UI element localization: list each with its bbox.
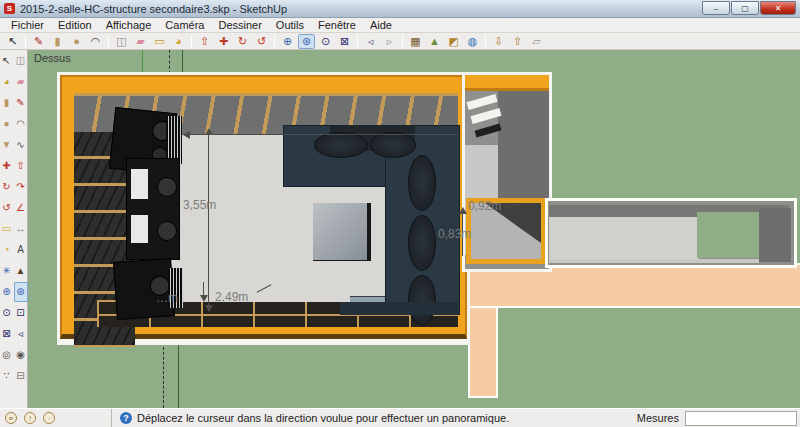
sofa-cushion (370, 132, 416, 158)
3d-text-tool-icon[interactable]: ▲ (14, 261, 28, 281)
previous-view-icon[interactable]: ◃ (362, 34, 379, 49)
sketchup-logo-icon: S (4, 3, 15, 14)
corridor (545, 198, 797, 268)
help-icon[interactable]: ? (120, 412, 132, 424)
move-tool-icon[interactable]: ✚ (0, 156, 14, 176)
signin-status-icon[interactable]: · (43, 412, 55, 424)
geolocation-status-icon[interactable]: ¤ (5, 412, 17, 424)
rotate-tool-icon[interactable]: ↻ (0, 177, 14, 197)
arc-tool-icon[interactable]: ◠ (14, 114, 28, 134)
offset-tool-icon[interactable]: ↺ (253, 34, 270, 49)
push-pull-icon[interactable]: ⇧ (14, 156, 28, 176)
close-button[interactable]: ✕ (760, 1, 796, 15)
menu-item-fichier[interactable]: Fichier (4, 18, 51, 32)
zoom-window-icon[interactable]: ⊡ (14, 303, 28, 323)
follow-me-icon[interactable]: ↷ (14, 177, 28, 197)
dimension-width-label: 2,49m (215, 290, 248, 304)
window-title: 2015-2-salle-HC-structure secondaire3.sk… (20, 3, 287, 15)
speaker-bottom (113, 258, 175, 320)
dimension-door-label: 0,92m (468, 199, 501, 213)
menu-item-cam-ra[interactable]: Caméra (158, 18, 211, 32)
zoom-extents-icon[interactable]: ⊠ (336, 34, 353, 49)
get-models-icon[interactable]: ⇩ (490, 34, 507, 49)
freehand-tool-icon[interactable]: ∿ (14, 135, 28, 155)
view-name-label: Dessus (34, 52, 71, 64)
next-view-icon[interactable]: ▹ (381, 34, 398, 49)
pan-tool-icon[interactable]: ⊛ (298, 34, 315, 49)
circle-tool-icon[interactable]: ● (0, 114, 14, 134)
entry-orange-band (465, 75, 549, 91)
corridor-floor (549, 217, 699, 259)
polygon-tool-icon[interactable]: ▼ (0, 135, 14, 155)
sofa-cushion (314, 132, 368, 158)
eraser-tool-icon[interactable]: ▰ (14, 72, 28, 92)
zoom-tool-icon[interactable]: ⊙ (0, 303, 14, 323)
walk-tool-icon[interactable]: ∵ (0, 366, 14, 386)
scale-tool-icon[interactable]: ∠ (14, 198, 28, 218)
orbit-tool-icon[interactable]: ⊕ (279, 34, 296, 49)
line-tool-icon[interactable]: ✎ (30, 34, 47, 49)
paint-bucket-icon[interactable]: ◕ (170, 34, 187, 49)
section-plane-icon[interactable]: ⊟ (14, 366, 28, 386)
corridor-end-wall (759, 208, 791, 262)
select-tool-icon[interactable]: ↖ (4, 34, 21, 49)
zoom-tool-icon[interactable]: ⊙ (317, 34, 334, 49)
dimension-line-depth (208, 130, 209, 310)
position-camera-icon[interactable]: ◎ (0, 345, 14, 365)
menu-item-outils[interactable]: Outils (269, 18, 311, 32)
rectangle-tool-icon[interactable]: ▮ (49, 34, 66, 49)
status-coin-panel: ¤↑· (0, 409, 112, 427)
rectangle-tool-icon[interactable]: ▮ (0, 93, 14, 113)
status-bar: ¤↑· ? Déplacez le curseur dans la direct… (0, 408, 800, 427)
paint-bucket-icon[interactable]: ◕ (0, 72, 14, 92)
select-tool-icon[interactable]: ↖ (0, 51, 14, 71)
dimension-depth-label: 3,55m (183, 198, 216, 212)
protractor-tool-icon[interactable]: ◔ (0, 240, 14, 260)
push-pull-icon[interactable]: ⇧ (196, 34, 213, 49)
google-earth-icon[interactable]: ◍ (464, 34, 481, 49)
pan-tool-icon[interactable]: ⊛ (14, 282, 28, 302)
menu-item-affichage[interactable]: Affichage (99, 18, 159, 32)
make-component-icon[interactable]: ◫ (113, 34, 130, 49)
minimize-button[interactable]: – (702, 1, 730, 15)
maximize-button[interactable]: ▢ (731, 1, 759, 15)
measurements-input[interactable] (685, 411, 797, 426)
dimension-arrow (459, 207, 467, 214)
toolbar-separator (357, 35, 358, 48)
move-tool-icon[interactable]: ✚ (215, 34, 232, 49)
corridor-bottom-edge (549, 259, 759, 263)
zoom-extents-icon[interactable]: ⊠ (0, 324, 14, 344)
sofa-end-base (340, 302, 458, 315)
tape-measure-icon[interactable]: ▭ (0, 219, 14, 239)
arc-tool-icon[interactable]: ◠ (87, 34, 104, 49)
axes-tool-icon[interactable]: ✳ (0, 261, 14, 281)
line-tool-icon[interactable]: ✎ (14, 93, 28, 113)
menu-item-fen-tre[interactable]: Fenêtre (311, 18, 363, 32)
get-current-view-icon[interactable]: ▦ (407, 34, 424, 49)
toggle-terrain-icon[interactable]: ▲ (426, 34, 443, 49)
menu-item-aide[interactable]: Aide (363, 18, 399, 32)
orbit-tool-icon[interactable]: ⊕ (0, 282, 14, 302)
sofa-cushion (408, 215, 436, 271)
look-around-icon[interactable]: ◉ (14, 345, 28, 365)
dimension-arrow (200, 295, 208, 302)
3d-viewport[interactable]: Dessus (28, 50, 800, 408)
menu-item-dessiner[interactable]: Dessiner (211, 18, 268, 32)
tape-measure-icon[interactable]: ▭ (151, 34, 168, 49)
toolbar-separator (402, 35, 403, 48)
share-models-icon[interactable]: ⇧ (509, 34, 526, 49)
text-tool-icon[interactable]: A (14, 240, 28, 260)
offset-tool-icon[interactable]: ↺ (0, 198, 14, 218)
rotate-tool-icon[interactable]: ↻ (234, 34, 251, 49)
model-info-icon[interactable]: ▱ (528, 34, 545, 49)
eraser-tool-icon[interactable]: ▰ (132, 34, 149, 49)
credits-status-icon[interactable]: ↑ (24, 412, 36, 424)
circle-tool-icon[interactable]: ● (68, 34, 85, 49)
dimension-tool-icon[interactable]: ↔ (14, 219, 28, 239)
toolbar-separator (191, 35, 192, 48)
menu-item-edition[interactable]: Edition (51, 18, 99, 32)
zoom-previous-icon[interactable]: ◃ (14, 324, 28, 344)
photo-textures-icon[interactable]: ◩ (445, 34, 462, 49)
toolbar-separator (274, 35, 275, 48)
make-component-icon[interactable]: ◫ (14, 51, 28, 71)
